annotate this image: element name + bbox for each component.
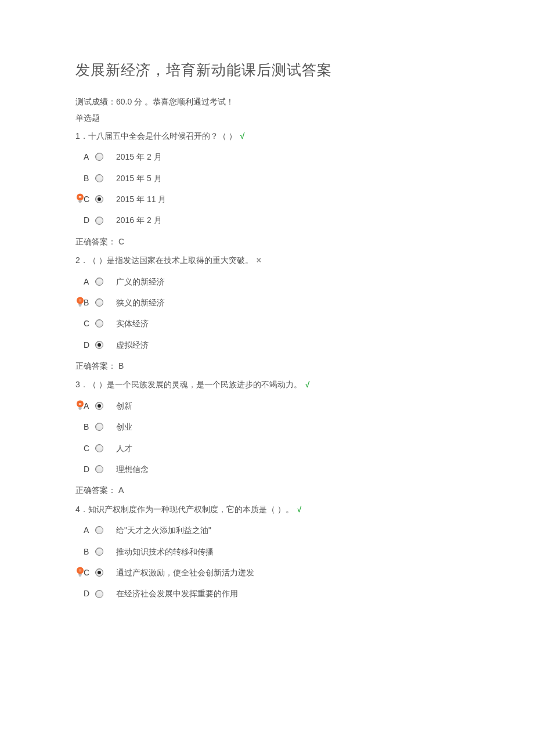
option-text: 实体经济 bbox=[111, 317, 149, 330]
correct-answer: 正确答案： B bbox=[75, 359, 459, 372]
question: 4．知识产权制度作为一种现代产权制度，它的本质是（ ）。√ bbox=[75, 503, 459, 516]
correct-answer: 正确答案： A bbox=[75, 484, 459, 496]
radio-button[interactable] bbox=[94, 174, 111, 182]
option-letter: D bbox=[84, 463, 94, 476]
option-row: A给"天才之火添加利益之油" bbox=[75, 524, 459, 537]
option-row: D2016 年 2 月 bbox=[75, 214, 459, 226]
svg-rect-7 bbox=[79, 305, 81, 307]
option-row: D虚拟经济 bbox=[75, 339, 459, 351]
check-icon: √ bbox=[240, 129, 245, 142]
radio-button[interactable] bbox=[94, 402, 111, 410]
option-text: 创业 bbox=[111, 420, 132, 433]
question: 1．十八届五中全会是什么时候召开的？（ ）√ bbox=[75, 129, 459, 142]
question: 3．（ ）是一个民族发展的灵魂，是一个民族进步的不竭动力。√ bbox=[75, 378, 459, 391]
option-letter: C bbox=[84, 193, 94, 206]
questions-container: 1．十八届五中全会是什么时候召开的？（ ）√A2015 年 2 月B2015 年… bbox=[75, 129, 459, 600]
radio-button[interactable] bbox=[94, 217, 111, 225]
radio-button[interactable] bbox=[94, 423, 111, 431]
svg-point-0 bbox=[77, 194, 84, 201]
option-letter: D bbox=[84, 339, 94, 351]
option-text: 广义的新经济 bbox=[111, 275, 165, 288]
option-row: A2015 年 2 月 bbox=[75, 150, 459, 163]
question-text: 3．（ ）是一个民族发展的灵魂，是一个民族进步的不竭动力。 bbox=[75, 380, 302, 389]
radio-button[interactable] bbox=[94, 526, 111, 534]
option-text: 虚拟经济 bbox=[111, 339, 149, 351]
radio-button[interactable] bbox=[94, 465, 111, 473]
option-row: D理想信念 bbox=[75, 463, 459, 476]
option-text: 2015 年 11 月 bbox=[111, 193, 166, 206]
option-row: C通过产权激励，使全社会创新活力迸发 bbox=[75, 566, 459, 579]
option-letter: A bbox=[84, 150, 94, 163]
radio-button[interactable] bbox=[94, 298, 111, 307]
option-text: 人才 bbox=[111, 442, 132, 455]
svg-rect-12 bbox=[79, 409, 81, 410]
option-text: 推动知识技术的转移和传播 bbox=[111, 545, 214, 558]
option-text: 2016 年 2 月 bbox=[111, 214, 162, 226]
svg-rect-1 bbox=[78, 200, 81, 202]
option-letter: B bbox=[84, 296, 94, 309]
option-text: 在经济社会发展中发挥重要的作用 bbox=[111, 587, 238, 600]
option-row: C人才 bbox=[75, 442, 459, 455]
option-text: 理想信念 bbox=[111, 463, 149, 476]
option-letter: A bbox=[84, 399, 94, 412]
option-row: C2015 年 11 月 bbox=[75, 193, 459, 206]
svg-point-5 bbox=[77, 297, 84, 304]
option-text: 通过产权激励，使全社会创新活力迸发 bbox=[111, 566, 254, 579]
radio-button[interactable] bbox=[94, 278, 111, 286]
page-title: 发展新经济，培育新动能课后测试答案 bbox=[75, 58, 459, 81]
option-row: B2015 年 5 月 bbox=[75, 172, 459, 185]
question-text: 2．（ ）是指发达国家在技术上取得的重大突破。 bbox=[75, 255, 253, 265]
option-row: B狭义的新经济 bbox=[75, 296, 459, 309]
question: 2．（ ）是指发达国家在技术上取得的重大突破。× bbox=[75, 254, 459, 267]
radio-button[interactable] bbox=[94, 195, 111, 203]
check-icon: √ bbox=[297, 503, 302, 516]
option-row: B推动知识技术的转移和传播 bbox=[75, 545, 459, 558]
radio-button[interactable] bbox=[94, 590, 111, 598]
svg-rect-17 bbox=[79, 575, 81, 577]
option-row: A广义的新经济 bbox=[75, 275, 459, 288]
document-page: 发展新经济，培育新动能课后测试答案 测试成绩：60.0 分 。恭喜您顺利通过考试… bbox=[0, 0, 534, 643]
radio-button[interactable] bbox=[94, 444, 111, 452]
radio-button[interactable] bbox=[94, 153, 111, 161]
option-text: 2015 年 5 月 bbox=[111, 172, 162, 185]
svg-rect-16 bbox=[78, 574, 81, 575]
option-letter: D bbox=[84, 587, 94, 600]
cross-icon: × bbox=[257, 254, 261, 267]
question-text: 1．十八届五中全会是什么时候召开的？（ ） bbox=[75, 131, 237, 141]
option-letter: B bbox=[84, 545, 94, 558]
option-row: D在经济社会发展中发挥重要的作用 bbox=[75, 587, 459, 600]
option-letter: A bbox=[84, 524, 94, 537]
option-row: A创新 bbox=[75, 399, 459, 412]
svg-rect-2 bbox=[79, 202, 81, 203]
radio-button[interactable] bbox=[94, 341, 111, 349]
option-letter: A bbox=[84, 275, 94, 288]
option-letter: C bbox=[84, 566, 94, 579]
radio-button[interactable] bbox=[94, 568, 111, 577]
radio-button[interactable] bbox=[94, 548, 111, 556]
question-text: 4．知识产权制度作为一种现代产权制度，它的本质是（ ）。 bbox=[75, 505, 294, 514]
option-text: 狭义的新经济 bbox=[111, 296, 165, 309]
svg-point-15 bbox=[77, 567, 84, 574]
option-letter: C bbox=[84, 442, 94, 455]
option-text: 创新 bbox=[111, 399, 132, 412]
option-text: 2015 年 2 月 bbox=[111, 150, 162, 163]
score-line: 测试成绩：60.0 分 。恭喜您顺利通过考试！ bbox=[75, 95, 459, 108]
radio-button[interactable] bbox=[94, 319, 111, 327]
correct-answer: 正确答案： C bbox=[75, 235, 459, 248]
svg-point-10 bbox=[77, 401, 84, 408]
check-icon: √ bbox=[305, 378, 310, 391]
svg-rect-11 bbox=[78, 407, 81, 409]
option-letter: C bbox=[84, 317, 94, 330]
option-letter: B bbox=[84, 420, 94, 433]
option-row: C实体经济 bbox=[75, 317, 459, 330]
option-letter: D bbox=[84, 214, 94, 226]
option-row: B创业 bbox=[75, 420, 459, 433]
option-text: 给"天才之火添加利益之油" bbox=[111, 524, 211, 537]
option-letter: B bbox=[84, 172, 94, 185]
svg-rect-6 bbox=[78, 304, 81, 305]
section-label: 单选题 bbox=[75, 111, 459, 124]
